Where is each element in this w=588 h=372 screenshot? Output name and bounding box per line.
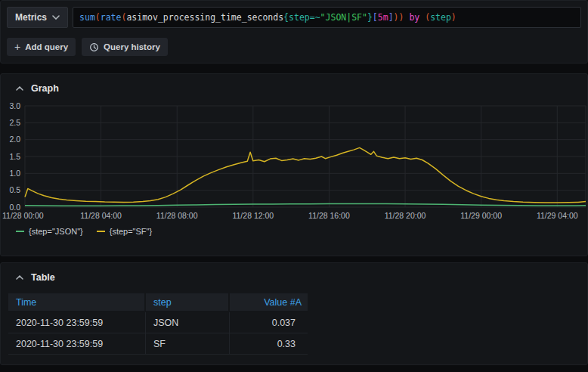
table-row: 2020-11-30 23:59:59SF0.33 [8, 333, 308, 355]
query-token: )) [394, 12, 404, 23]
query-token: [ [373, 12, 378, 23]
graph-panel-title: Graph [31, 83, 59, 94]
chevron-up-icon [16, 86, 23, 91]
table-cell: 0.33 [230, 333, 308, 355]
query-row: Metrics sum(rate(asimov_processing_time_… [7, 7, 581, 28]
legend-item[interactable]: {step="JSON"} [16, 227, 83, 236]
history-icon [89, 42, 99, 52]
query-token: sum [79, 12, 95, 23]
query-editor-panel: Metrics sum(rate(asimov_processing_time_… [0, 0, 588, 64]
column-header-step[interactable]: step [146, 293, 230, 312]
x-tick-label: 11/29 00:00 [460, 211, 502, 220]
column-header-value-a[interactable]: Value #A [230, 293, 308, 312]
query-token: { [283, 12, 289, 23]
chevron-up-icon [16, 275, 23, 280]
y-tick-label: 3.0 [9, 101, 20, 110]
table-cell: SF [146, 333, 230, 355]
legend-series-dash [97, 231, 105, 232]
legend-item[interactable]: {step="SF"} [97, 227, 152, 236]
y-tick-label: 2.0 [9, 135, 20, 144]
table-row: 2020-11-30 23:59:59JSON0.037 [8, 312, 308, 333]
query-token: asimov_processing_time_seconds [126, 12, 283, 23]
legend-series-label: {step="JSON"} [29, 227, 83, 236]
metrics-dropdown[interactable]: Metrics [7, 7, 68, 28]
query-token: step [289, 12, 310, 23]
query-token: ] [388, 12, 394, 23]
y-tick-label: 0.5 [9, 185, 20, 194]
graph-panel-header[interactable]: Graph [1, 74, 587, 94]
table-panel: Table TimestepValue #A 2020-11-30 23:59:… [0, 262, 588, 365]
explore-view: Metrics sum(rate(asimov_processing_time_… [0, 0, 588, 365]
query-token: by [409, 12, 419, 23]
x-tick-label: 11/28 08:00 [156, 211, 198, 220]
actions-row: + Add query Query history [7, 38, 581, 56]
query-token: 5m [378, 12, 388, 23]
x-tick-label: 11/28 04:00 [80, 211, 122, 220]
y-tick-label: 1.5 [9, 152, 20, 161]
column-header-time[interactable]: Time [8, 293, 146, 312]
y-tick-label: 2.5 [9, 118, 20, 127]
query-token: ) [451, 12, 456, 23]
graph-panel: Graph 0.00.51.01.52.02.53.011/28 00:0011… [0, 73, 588, 256]
query-token: } [367, 12, 373, 23]
series-line [25, 147, 586, 203]
legend-series-dash [16, 231, 24, 232]
query-token: ( [121, 12, 126, 23]
y-tick-label: 0.0 [9, 203, 20, 212]
query-token [419, 12, 425, 23]
table-header-row: TimestepValue #A [8, 293, 308, 312]
query-history-button[interactable]: Query history [82, 38, 168, 56]
table-cell: JSON [146, 312, 230, 333]
y-tick-label: 1.0 [9, 169, 20, 178]
add-query-label: Add query [25, 42, 68, 51]
table-panel-header[interactable]: Table [1, 263, 587, 283]
table-cell: 2020-11-30 23:59:59 [8, 333, 146, 355]
query-token: "JSON|SF" [320, 12, 367, 23]
results-table: TimestepValue #A 2020-11-30 23:59:59JSON… [8, 293, 308, 355]
query-token: step [430, 12, 451, 23]
table-panel-title: Table [31, 272, 55, 283]
table-cell: 0.037 [230, 312, 308, 333]
graph-legend: {step="JSON"}{step="SF"} [16, 227, 587, 236]
query-input[interactable]: sum(rate(asimov_processing_time_seconds{… [73, 7, 581, 28]
x-tick-label: 11/29 04:00 [537, 211, 578, 220]
x-tick-label: 11/28 20:00 [385, 211, 426, 220]
query-history-label: Query history [104, 42, 160, 51]
query-token: ( [95, 12, 101, 23]
table-cell: 2020-11-30 23:59:59 [8, 312, 146, 333]
query-token [404, 12, 409, 23]
plus-icon: + [14, 42, 20, 52]
graph-canvas[interactable]: 0.00.51.01.52.02.53.011/28 00:0011/28 04… [1, 100, 588, 225]
x-tick-label: 11/28 16:00 [308, 211, 350, 220]
x-tick-label: 11/28 00:00 [2, 211, 44, 220]
query-token: =~ [310, 12, 320, 23]
add-query-button[interactable]: + Add query [7, 38, 76, 56]
chevron-down-icon [52, 15, 60, 20]
query-token: ( [425, 12, 430, 23]
legend-series-label: {step="SF"} [110, 227, 152, 236]
series-line [25, 204, 586, 206]
x-tick-label: 11/28 12:00 [232, 211, 274, 220]
query-token: rate [101, 12, 122, 23]
metrics-dropdown-label: Metrics [15, 12, 47, 23]
